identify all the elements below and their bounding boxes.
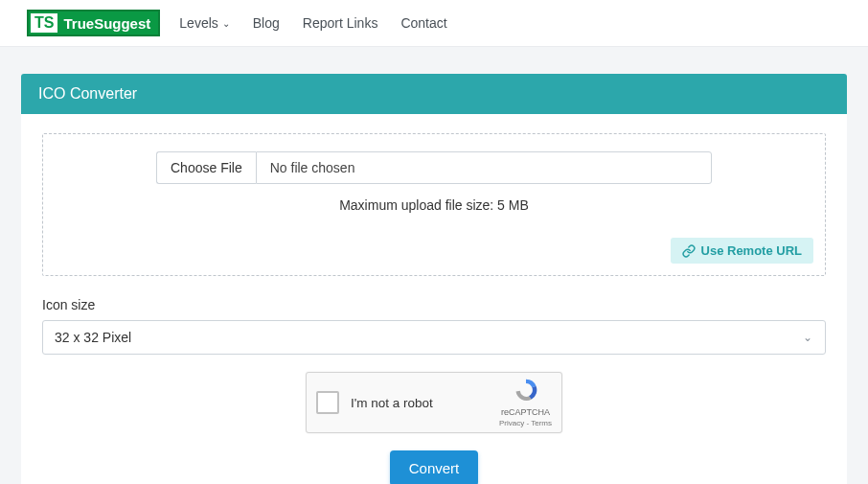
nav-blog[interactable]: Blog <box>253 15 280 31</box>
logo[interactable]: TS TrueSuggest <box>27 10 160 36</box>
logo-icon: TS <box>31 13 57 33</box>
recaptcha-text: I'm not a robot <box>351 396 499 410</box>
recaptcha-brand: reCAPTCHA <box>499 407 552 419</box>
recaptcha-links[interactable]: Privacy - Terms <box>499 419 552 428</box>
remote-url-label: Use Remote URL <box>701 243 802 258</box>
page-body: ICO Converter Choose File No file chosen… <box>0 47 868 484</box>
convert-button[interactable]: Convert <box>390 450 479 484</box>
file-name-display: No file chosen <box>256 151 712 184</box>
remote-url-wrap: Use Remote URL <box>55 238 813 264</box>
icon-size-select-wrap: 32 x 32 Pixel ⌄ <box>42 320 826 355</box>
use-remote-url-button[interactable]: Use Remote URL <box>671 238 813 264</box>
top-navigation: TS TrueSuggest Levels ⌄ Blog Report Link… <box>0 0 868 47</box>
nav-links: Levels ⌄ Blog Report Links Contact <box>179 15 446 31</box>
recaptcha-branding: reCAPTCHA Privacy - Terms <box>499 377 552 428</box>
choose-file-button[interactable]: Choose File <box>156 151 256 184</box>
link-icon <box>682 244 696 258</box>
nav-levels[interactable]: Levels ⌄ <box>179 15 229 31</box>
captcha-wrap: I'm not a robot reCAPTCHA Privacy - Term… <box>42 372 826 433</box>
card-body: Choose File No file chosen Maximum uploa… <box>21 114 847 484</box>
nav-contact[interactable]: Contact <box>400 15 446 31</box>
max-size-text: Maximum upload file size: 5 MB <box>55 197 813 213</box>
recaptcha-checkbox[interactable] <box>316 391 339 414</box>
logo-text: TrueSuggest <box>63 15 150 32</box>
card-title: ICO Converter <box>21 74 847 114</box>
file-row: Choose File No file chosen <box>55 151 813 184</box>
nav-levels-label: Levels <box>179 15 217 31</box>
icon-size-select[interactable]: 32 x 32 Pixel <box>42 320 826 355</box>
recaptcha-widget[interactable]: I'm not a robot reCAPTCHA Privacy - Term… <box>306 372 562 433</box>
chevron-down-icon: ⌄ <box>222 18 230 29</box>
converter-card: ICO Converter Choose File No file chosen… <box>21 74 847 484</box>
upload-area: Choose File No file chosen Maximum uploa… <box>42 133 826 276</box>
icon-size-label: Icon size <box>42 297 826 312</box>
nav-report-links[interactable]: Report Links <box>303 15 378 31</box>
recaptcha-logo-icon <box>513 377 539 403</box>
convert-wrap: Convert <box>42 450 826 484</box>
file-input-group: Choose File No file chosen <box>156 151 712 184</box>
